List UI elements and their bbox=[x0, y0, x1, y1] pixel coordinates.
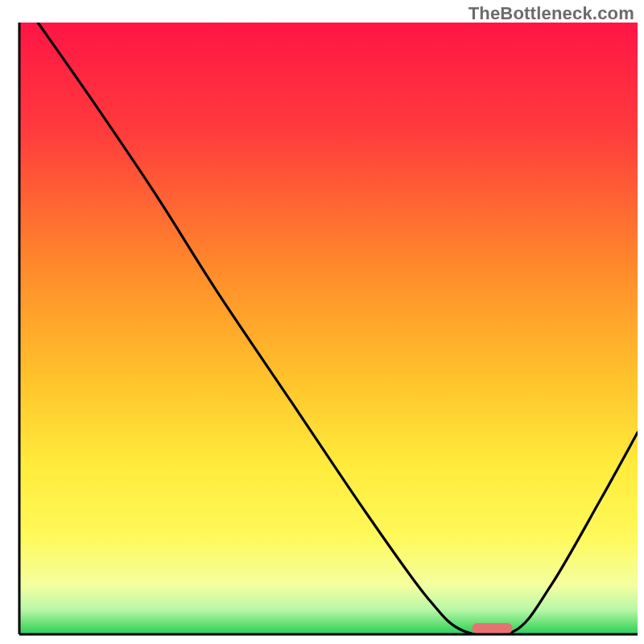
watermark-label: TheBottleneck.com bbox=[469, 3, 634, 24]
gradient-background bbox=[19, 23, 638, 634]
bottleneck-chart: TheBottleneck.com bbox=[0, 0, 644, 644]
chart-svg bbox=[0, 0, 644, 644]
optimal-marker bbox=[473, 623, 513, 634]
